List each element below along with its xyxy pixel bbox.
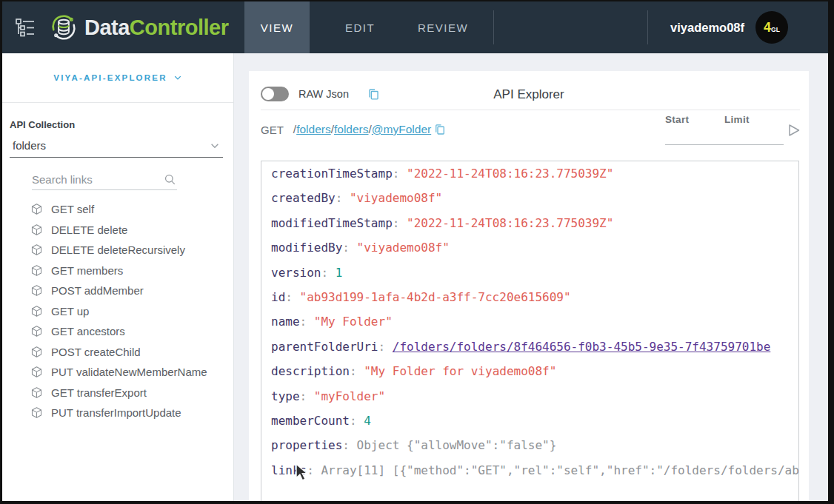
json-key: properties <box>271 438 342 452</box>
chevron-down-icon <box>210 141 220 151</box>
endpoint-label: PUT validateNewMemberName <box>51 366 207 378</box>
header-spacer <box>494 1 647 53</box>
datacontroller-logo-icon <box>50 13 78 41</box>
json-colon: : <box>300 389 314 403</box>
json-value: "ab93d199-1afa-4b2d-a3ff-7cc20e615609" <box>300 290 571 304</box>
username-label: viyademo08f <box>670 21 744 35</box>
user-menu[interactable]: viyademo08f 4 GL <box>670 1 828 53</box>
sidebar-endpoint-ancestors[interactable]: GET ancestors <box>2 321 233 342</box>
json-colon: : <box>321 266 335 280</box>
json-colon: : <box>378 340 393 354</box>
tree-menu-icon[interactable] <box>13 15 38 40</box>
json-row: ▶properties: Object {"allowMove":"false"… <box>271 433 798 457</box>
sidebar-endpoint-addMember[interactable]: POST addMember <box>2 280 233 301</box>
sidebar-endpoint-transferExport[interactable]: GET transferExport <box>2 383 233 403</box>
expander-icon[interactable]: ▶ <box>261 433 261 457</box>
json-row: id: "ab93d199-1afa-4b2d-a3ff-7cc20e61560… <box>271 285 798 309</box>
endpoint-label: GET transferExport <box>51 386 147 399</box>
json-colon: : <box>350 364 364 378</box>
endpoint-cube-icon <box>30 203 43 215</box>
tab-edit[interactable]: EDIT <box>327 1 393 53</box>
endpoint-cube-icon <box>30 305 43 317</box>
json-value: Array[11] [{"method":"GET","rel":"self",… <box>321 463 798 477</box>
param-labels: Start Limit <box>665 114 784 125</box>
json-value: "viyademo08f" <box>357 241 450 255</box>
request-path-link[interactable]: folders <box>334 123 369 136</box>
json-key: type <box>271 389 300 403</box>
json-value: "myFolder" <box>314 389 385 403</box>
request-path-link[interactable]: @myFolder <box>372 123 431 136</box>
endpoint-cube-icon <box>30 325 43 337</box>
app-title: DataController <box>84 16 228 40</box>
endpoint-label: DELETE delete <box>51 224 127 236</box>
endpoint-cube-icon <box>30 264 43 277</box>
endpoint-label: POST createChild <box>51 346 141 358</box>
tab-view[interactable]: VIEW <box>244 1 310 53</box>
project-selector[interactable]: VIYA-API-EXPLORER <box>2 53 233 103</box>
request-method: GET <box>261 124 284 136</box>
json-colon: : <box>342 241 356 255</box>
copy-url-button[interactable] <box>433 123 447 136</box>
json-row: memberCount: 4 <box>271 409 798 433</box>
avatar-text-sub: GL <box>771 26 780 33</box>
endpoint-cube-icon <box>30 224 43 236</box>
api-explorer-panel: RAW Json API Explorer GET /folders/folde… <box>249 71 809 501</box>
app-title-word1: Data <box>84 16 130 39</box>
request-path-link[interactable]: folders <box>296 123 331 136</box>
sidebar-endpoint-createChild[interactable]: POST createChild <box>2 342 233 363</box>
sidebar-endpoint-validateNewMemberName[interactable]: PUT validateNewMemberName <box>2 362 233 383</box>
endpoint-cube-icon <box>30 406 43 419</box>
json-row: version: 1 <box>271 261 798 285</box>
app-logo: DataController <box>50 13 228 41</box>
endpoint-cube-icon <box>30 366 43 378</box>
copy-response-button[interactable] <box>367 87 381 101</box>
json-row: description: "My Folder for viyademo08f" <box>271 359 798 383</box>
json-value: "2022-11-24T08:16:23.775039Z" <box>407 167 613 181</box>
json-value: "My Folder for viyademo08f" <box>364 364 556 378</box>
json-key: name <box>271 315 300 329</box>
endpoint-label: POST addMember <box>51 284 144 297</box>
json-row: ▶links: Array[11] [{"method":"GET","rel"… <box>271 458 798 483</box>
api-collection-label: API Collection <box>10 119 223 130</box>
endpoint-cube-icon <box>30 243 43 256</box>
top-navbar: DataController VIEWEDITREVIEW viyademo08… <box>2 1 828 53</box>
sidebar-endpoint-members[interactable]: GET members <box>2 261 233 281</box>
search-links-input[interactable] <box>32 173 163 186</box>
endpoint-cube-icon <box>30 346 43 358</box>
start-limit-input[interactable] <box>665 144 784 145</box>
json-key: parentFolderUri <box>271 340 378 354</box>
endpoint-cube-icon <box>30 386 43 399</box>
json-colon: : <box>342 438 356 452</box>
search-icon <box>163 172 177 187</box>
json-colon: : <box>307 463 321 477</box>
json-value[interactable]: /folders/folders/8f464656-f0b3-45b5-9e35… <box>393 340 771 354</box>
limit-label: Limit <box>724 114 784 125</box>
json-key: version <box>271 266 321 280</box>
copy-icon <box>367 87 381 101</box>
header-brand-area: DataController <box>2 1 244 53</box>
json-row: creationTimeStamp: "2022-11-24T08:16:23.… <box>271 161 798 186</box>
endpoint-links-list: GET self DELETE delete DELETE deleteRecu… <box>2 199 233 423</box>
endpoint-label: GET members <box>51 264 123 277</box>
sidebar-endpoint-delete[interactable]: DELETE delete <box>2 220 233 241</box>
tab-review[interactable]: REVIEW <box>410 1 476 53</box>
json-value: "viyademo08f" <box>350 191 442 205</box>
json-value: "2022-11-24T08:16:23.775039Z" <box>407 216 613 230</box>
raw-json-toggle[interactable] <box>261 87 289 101</box>
json-value: 1 <box>336 266 343 280</box>
api-collection-select[interactable]: folders <box>10 139 223 158</box>
json-row: modifiedTimeStamp: "2022-11-24T08:16:23.… <box>271 211 798 235</box>
run-request-button[interactable] <box>787 123 801 138</box>
sidebar-endpoint-deleteRecursively[interactable]: DELETE deleteRecursively <box>2 240 233 261</box>
toggle-knob <box>262 88 274 100</box>
endpoint-cube-icon <box>30 284 43 297</box>
sidebar-endpoint-transferImportUpdate[interactable]: PUT transferImportUpdate <box>2 403 233 423</box>
avatar[interactable]: 4 GL <box>755 11 788 44</box>
json-value: "My Folder" <box>314 315 393 329</box>
expander-icon[interactable]: ▶ <box>261 458 261 483</box>
api-collection-section: API Collection folders <box>10 119 223 158</box>
sidebar-endpoint-up[interactable]: GET up <box>2 301 233 322</box>
sidebar-endpoint-self[interactable]: GET self <box>2 199 233 220</box>
endpoint-label: GET up <box>51 305 89 317</box>
json-key: memberCount <box>271 414 350 428</box>
